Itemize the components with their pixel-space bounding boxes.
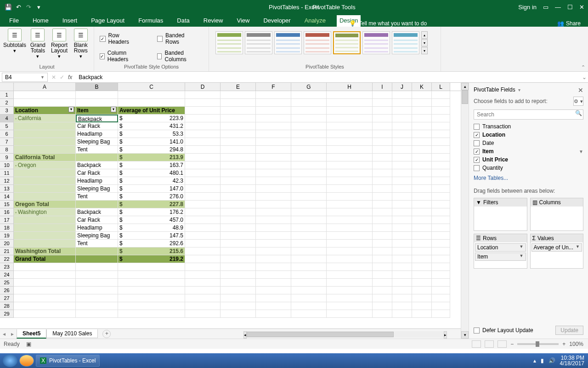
- tab-pagelayout[interactable]: Page Layout: [88, 15, 127, 27]
- cell[interactable]: [185, 169, 220, 177]
- cell[interactable]: [220, 216, 256, 224]
- cell[interactable]: [327, 169, 373, 177]
- cell[interactable]: [327, 224, 373, 232]
- cell[interactable]: [392, 302, 412, 310]
- cell[interactable]: [220, 115, 256, 122]
- cell[interactable]: [291, 107, 327, 115]
- cell[interactable]: [14, 177, 76, 185]
- cell[interactable]: [220, 99, 256, 107]
- cell[interactable]: [327, 287, 373, 294]
- update-button[interactable]: Update: [555, 326, 583, 335]
- cell[interactable]: [76, 255, 118, 263]
- cell[interactable]: [256, 247, 291, 255]
- cell[interactable]: [185, 302, 220, 310]
- row-header[interactable]: 8: [0, 146, 14, 154]
- cell[interactable]: [185, 208, 220, 216]
- cell[interactable]: [291, 122, 327, 130]
- cell[interactable]: 147.0: [118, 185, 185, 193]
- cell[interactable]: Car Rack: [76, 122, 118, 130]
- cell[interactable]: [256, 122, 291, 130]
- cell[interactable]: Sleeping Bag: [76, 232, 118, 240]
- cell[interactable]: [14, 302, 76, 310]
- cell[interactable]: 292.6: [118, 240, 185, 247]
- cell[interactable]: [220, 169, 256, 177]
- row-header[interactable]: 6: [0, 130, 14, 138]
- cell[interactable]: [432, 247, 450, 255]
- row-header[interactable]: 14: [0, 193, 14, 201]
- cell[interactable]: [373, 310, 392, 318]
- cell[interactable]: [373, 216, 392, 224]
- cell[interactable]: [392, 201, 412, 208]
- cell[interactable]: [291, 271, 327, 279]
- expand-formula-bar-icon[interactable]: ⌄: [581, 74, 588, 80]
- cell[interactable]: [291, 294, 327, 302]
- columns-area[interactable]: ▥Columns: [530, 198, 584, 231]
- row-header[interactable]: 22: [0, 255, 14, 263]
- vscroll-track[interactable]: [461, 90, 469, 331]
- cell[interactable]: [291, 154, 327, 161]
- cell[interactable]: [412, 247, 432, 255]
- row-header[interactable]: 15: [0, 201, 14, 208]
- cell[interactable]: [14, 263, 76, 271]
- close-pane-icon[interactable]: ✕: [578, 86, 583, 94]
- cell[interactable]: [118, 294, 185, 302]
- cell[interactable]: [412, 216, 432, 224]
- cell[interactable]: [256, 279, 291, 287]
- cell[interactable]: [14, 130, 76, 138]
- cell[interactable]: [185, 224, 220, 232]
- cell[interactable]: [432, 287, 450, 294]
- cell[interactable]: [327, 310, 373, 318]
- cell[interactable]: [76, 263, 118, 271]
- cell[interactable]: [256, 169, 291, 177]
- pill-value[interactable]: Average of Un...▼: [531, 243, 582, 252]
- column-header-F[interactable]: F: [256, 83, 291, 91]
- cell[interactable]: [185, 107, 220, 115]
- cell[interactable]: [373, 91, 392, 99]
- tray-sound-icon[interactable]: 🔊: [548, 357, 555, 364]
- cell[interactable]: [256, 130, 291, 138]
- cell[interactable]: [432, 224, 450, 232]
- column-header-E[interactable]: E: [220, 83, 256, 91]
- cell[interactable]: [327, 216, 373, 224]
- cell[interactable]: [185, 130, 220, 138]
- column-headers-checkbox[interactable]: ✓Column Headers: [100, 50, 141, 63]
- cell[interactable]: [412, 169, 432, 177]
- row-header[interactable]: 29: [0, 310, 14, 318]
- hscroll-right-icon[interactable]: ▸: [444, 331, 447, 339]
- sheet-nav-prev-icon[interactable]: ◂: [3, 331, 6, 337]
- row-header[interactable]: 9: [0, 154, 14, 161]
- rows-area[interactable]: ☰Rows Location▼Item▼: [474, 234, 527, 269]
- cell[interactable]: [412, 115, 432, 122]
- blank-rows-button[interactable]: ☰Blank Rows▾: [71, 29, 90, 59]
- chrome-taskbar-icon[interactable]: [19, 355, 34, 367]
- cell[interactable]: [256, 255, 291, 263]
- row-header[interactable]: 3: [0, 107, 14, 115]
- cell[interactable]: [76, 302, 118, 310]
- cell[interactable]: [327, 130, 373, 138]
- cell[interactable]: [392, 130, 412, 138]
- qat-more-icon[interactable]: ▾: [35, 3, 42, 11]
- cell[interactable]: [373, 122, 392, 130]
- cell[interactable]: [185, 177, 220, 185]
- cell[interactable]: [220, 185, 256, 193]
- cell[interactable]: [392, 91, 412, 99]
- zoom-slider[interactable]: [517, 343, 559, 345]
- row-header[interactable]: 26: [0, 287, 14, 294]
- zoom-out-icon[interactable]: −: [510, 341, 514, 347]
- macro-record-icon[interactable]: ▣: [26, 341, 31, 347]
- zoom-in-icon[interactable]: +: [562, 341, 565, 347]
- cell[interactable]: [327, 279, 373, 287]
- cell[interactable]: [220, 122, 256, 130]
- cell[interactable]: [373, 279, 392, 287]
- cell[interactable]: 294.8: [118, 146, 185, 154]
- cell[interactable]: [291, 224, 327, 232]
- cell[interactable]: [392, 287, 412, 294]
- cell[interactable]: 163.7: [118, 161, 185, 169]
- cell[interactable]: [327, 177, 373, 185]
- cell[interactable]: [327, 247, 373, 255]
- column-header-K[interactable]: K: [412, 83, 432, 91]
- hscroll-track[interactable]: [247, 331, 444, 338]
- cell[interactable]: [327, 240, 373, 247]
- field-item-date[interactable]: Date: [474, 140, 583, 146]
- cell[interactable]: [291, 216, 327, 224]
